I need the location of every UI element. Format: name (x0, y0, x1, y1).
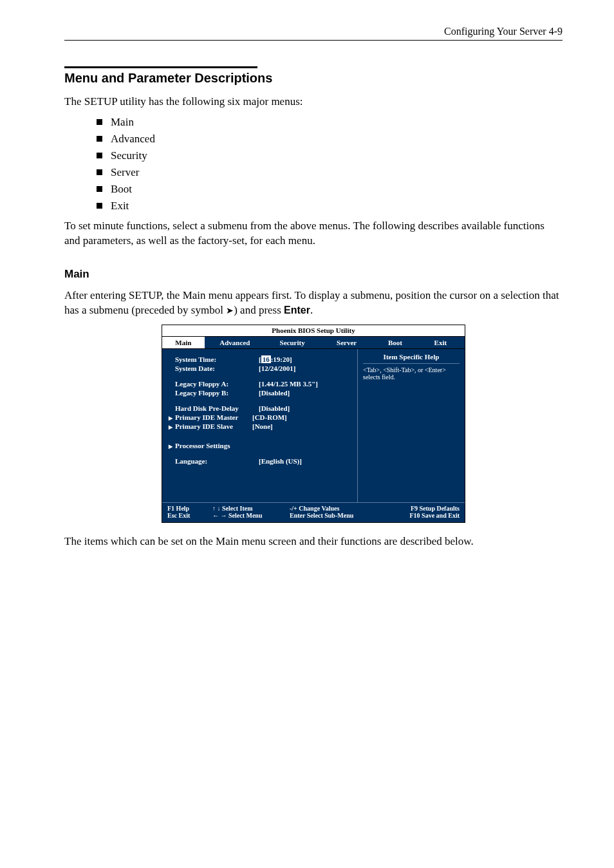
bios-footer: F1 Help ↑ ↓ Select Item -/+ Change Value… (162, 502, 465, 522)
bios-label: System Date: (175, 364, 259, 372)
list-item: Advanced (97, 133, 563, 146)
menu-bullet-list: Main Advanced Security Server Boot Exit (97, 116, 563, 212)
val-post: :19:20] (271, 355, 292, 363)
bios-value: [None] (252, 422, 273, 430)
footer-cell: -/+ Change Values (290, 505, 386, 512)
bios-title: Phoenix BIOS Setup Utility (162, 325, 465, 337)
bios-tab-advanced: Advanced (205, 337, 265, 348)
bios-tab-server: Server (319, 337, 374, 348)
footer-cell: ↑ ↓ Select Item (212, 505, 290, 512)
enter-key-label: Enter (284, 305, 310, 316)
bios-value: [12/24/2001] (259, 364, 295, 372)
para-part-c: . (310, 304, 313, 316)
bios-value: [Disabled] (259, 404, 290, 412)
section-title: Menu and Parameter Descriptions (64, 71, 563, 86)
bios-label-submenu: Primary IDE Master (169, 413, 252, 421)
bios-value: [English (US)] (259, 457, 302, 465)
bios-left-pane: System Time: [16:19:20] System Date: [12… (162, 349, 358, 502)
footer-cell: F9 Setup Defaults (386, 505, 460, 512)
main-paragraph: After entering SETUP, the Main menu appe… (64, 288, 563, 318)
list-item: Exit (97, 200, 563, 212)
bios-label: Legacy Floppy A: (175, 380, 259, 388)
bios-label-submenu: Processor Settings (169, 442, 252, 449)
footer-cell: F10 Save and Exit (386, 512, 460, 519)
bios-label-submenu: Primary IDE Slave (169, 422, 252, 430)
bios-label: Legacy Floppy B: (175, 389, 259, 397)
intro-paragraph: The SETUP utility has the following six … (64, 95, 563, 109)
list-item: Security (97, 149, 563, 162)
bios-tab-exit: Exit (416, 337, 465, 348)
list-item: Main (97, 116, 563, 129)
list-item: Server (97, 166, 563, 179)
bios-value: [1.44/1.25 MB 3.5"] (259, 380, 318, 388)
closing-paragraph: The items which can be set on the Main m… (64, 534, 563, 549)
bios-tab-security: Security (265, 337, 320, 348)
bios-tab-main: Main (162, 337, 205, 348)
bios-label: Hard Disk Pre-Delay (175, 404, 259, 412)
footer-cell: F1 Help (167, 505, 212, 512)
section-rule (64, 66, 257, 68)
bios-tab-boot: Boot (374, 337, 416, 348)
bios-cursor: 16 (261, 355, 271, 363)
para-2: To set minute functions, select a submen… (64, 219, 563, 249)
list-item: Boot (97, 183, 563, 196)
page-header: Configuring Your Server 4-9 (64, 26, 563, 41)
footer-cell: Esc Exit (167, 512, 212, 519)
submenu-arrow-icon: ➤ (226, 306, 234, 316)
bios-label: Language: (175, 457, 259, 465)
footer-cell: ← → Select Menu (212, 512, 290, 519)
bios-help-pane: Item Specific Help <Tab>, <Shift-Tab>, o… (358, 349, 465, 502)
para-part-b: ) and press (234, 304, 284, 316)
bios-value: [Disabled] (259, 389, 290, 397)
bios-label: System Time: (175, 355, 259, 363)
bios-value: [CD-ROM] (252, 413, 287, 421)
bios-tab-bar: Main Advanced Security Server Boot Exit (162, 337, 465, 349)
footer-cell: Enter Select Sub-Menu (290, 512, 386, 519)
bios-value: [16:19:20] (259, 355, 292, 363)
bios-help-heading: Item Specific Help (363, 353, 460, 364)
bios-help-text: <Tab>, <Shift-Tab>, or <Enter> selects f… (363, 366, 460, 381)
bios-screenshot: Phoenix BIOS Setup Utility Main Advanced… (162, 325, 465, 523)
subsection-title: Main (64, 268, 563, 281)
